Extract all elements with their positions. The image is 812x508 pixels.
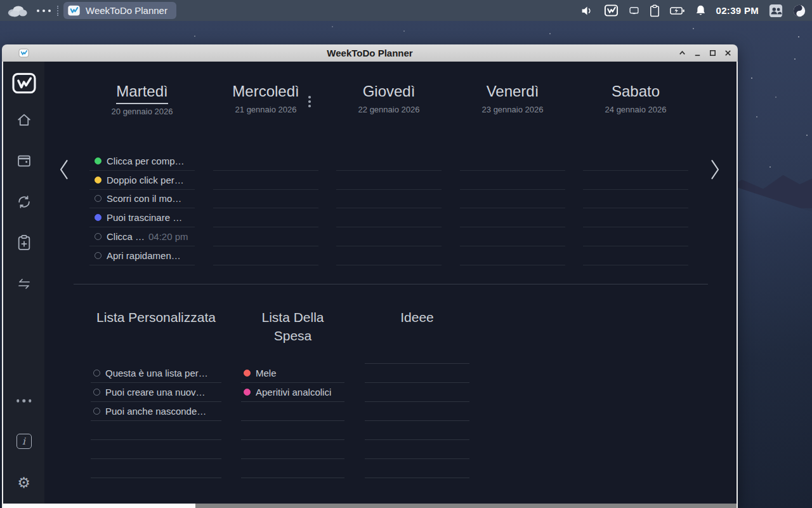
empty-list-slot[interactable] <box>365 345 469 364</box>
list-item[interactable]: Mele <box>241 364 344 383</box>
todo-checkbox-circle[interactable] <box>95 195 102 202</box>
indicator-icon[interactable] <box>629 6 639 15</box>
empty-todo-slot[interactable] <box>336 246 442 265</box>
empty-list-slot[interactable] <box>365 364 469 383</box>
empty-list-slot[interactable] <box>241 402 344 421</box>
todo-color-dot[interactable] <box>244 389 251 396</box>
window-body: i ⚙ Martedì 20 gennaio 2026 <box>2 62 738 508</box>
todo-color-dot[interactable] <box>244 370 251 377</box>
custom-list-personalizzata: Lista Personalizzata Questa è una lista … <box>91 308 221 326</box>
empty-todo-slot[interactable] <box>336 227 442 246</box>
custom-list-title: Lista Della Spesa <box>241 308 344 345</box>
day-date: 20 gennaio 2026 <box>89 107 195 116</box>
minimize-button[interactable] <box>693 48 702 58</box>
todo-item[interactable]: Clicca … 04:20 pm <box>89 227 195 246</box>
empty-list-slot[interactable] <box>91 459 221 478</box>
transfer-tasks-icon[interactable] <box>16 277 32 291</box>
empty-list-slot[interactable] <box>91 440 221 459</box>
empty-todo-slot[interactable] <box>460 171 565 190</box>
todo-item[interactable]: Clicca per comp… <box>89 152 195 171</box>
todo-item[interactable]: Doppio click per… <box>89 171 195 190</box>
calendar-icon[interactable] <box>16 153 32 169</box>
taskbar-window-button[interactable]: WeekToDo Planner <box>63 2 176 19</box>
todo-color-dot[interactable] <box>95 214 102 221</box>
clipboard-icon[interactable] <box>650 4 660 17</box>
users-icon[interactable] <box>769 4 783 18</box>
notifications-bell-icon[interactable] <box>695 4 706 17</box>
todo-time: 04:20 pm <box>148 231 188 242</box>
empty-todo-slot[interactable] <box>213 246 318 265</box>
empty-todo-slot[interactable] <box>336 208 442 227</box>
window-titlebar[interactable]: WeekToDo Planner <box>2 44 738 62</box>
empty-todo-slot[interactable] <box>583 190 688 209</box>
todo-checkbox-circle[interactable] <box>95 252 102 259</box>
empty-todo-slot[interactable] <box>213 208 318 227</box>
day-date: 21 gennaio 2026 <box>213 105 318 114</box>
empty-todo-slot[interactable] <box>583 208 688 227</box>
sync-icon[interactable] <box>16 194 32 210</box>
todo-item[interactable]: Puoi trascinare … <box>89 208 195 227</box>
weektodo-logo-icon[interactable] <box>12 73 36 94</box>
panel-clock[interactable]: 02:39 PM <box>716 5 759 16</box>
yinyang-icon[interactable] <box>793 4 806 17</box>
previous-week-button[interactable] <box>58 159 69 183</box>
empty-todo-slot[interactable] <box>213 190 318 209</box>
empty-list-slot[interactable] <box>241 459 344 478</box>
todo-checkbox-circle[interactable] <box>93 389 100 396</box>
empty-list-slot[interactable] <box>365 402 469 421</box>
todo-checkbox-circle[interactable] <box>93 408 100 415</box>
maximize-button[interactable] <box>708 48 717 58</box>
empty-todo-slot[interactable] <box>213 171 318 190</box>
todo-item[interactable]: Apri rapidamen… <box>89 246 195 265</box>
weektodo-tray-icon[interactable] <box>604 3 619 18</box>
empty-list-slot[interactable] <box>91 421 221 440</box>
todo-color-dot[interactable] <box>95 157 102 164</box>
empty-todo-slot[interactable] <box>460 190 565 209</box>
more-options-icon[interactable] <box>16 399 32 403</box>
empty-list-slot[interactable] <box>241 421 344 440</box>
empty-todo-slot[interactable] <box>336 152 442 171</box>
list-item[interactable]: Aperitivi analcolici <box>241 383 344 402</box>
next-week-button[interactable] <box>710 159 721 183</box>
empty-todo-slot[interactable] <box>583 171 688 190</box>
panel-drag-handle[interactable] <box>57 6 58 16</box>
empty-todo-slot[interactable] <box>336 190 442 209</box>
add-list-icon[interactable] <box>16 234 32 251</box>
settings-gear-icon[interactable]: ⚙ <box>17 476 30 490</box>
info-icon[interactable]: i <box>16 434 32 449</box>
empty-todo-slot[interactable] <box>213 152 318 171</box>
day-date: 24 gennaio 2026 <box>583 105 688 114</box>
list-item[interactable]: Puoi anche nasconde… <box>91 402 221 421</box>
todo-checkbox-circle[interactable] <box>93 370 100 377</box>
todo-item[interactable]: Scorri con il mo… <box>89 190 195 209</box>
list-item[interactable]: Questa è una lista per… <box>91 364 221 383</box>
home-icon[interactable] <box>16 112 32 128</box>
empty-todo-slot[interactable] <box>583 227 688 246</box>
empty-todo-slot[interactable] <box>583 152 688 171</box>
shade-button[interactable] <box>678 48 687 58</box>
scrollbar-thumb[interactable] <box>195 504 737 508</box>
todo-checkbox-circle[interactable] <box>95 233 102 240</box>
empty-list-slot[interactable] <box>241 440 344 459</box>
list-item-text: Puoi creare una nuov… <box>105 387 206 398</box>
empty-todo-slot[interactable] <box>460 227 565 246</box>
todo-color-dot[interactable] <box>95 177 102 184</box>
empty-todo-slot[interactable] <box>460 152 565 171</box>
app-menu-icon[interactable] <box>6 3 28 18</box>
horizontal-scrollbar[interactable] <box>3 504 737 508</box>
empty-todo-slot[interactable] <box>583 246 688 265</box>
empty-list-slot[interactable] <box>365 383 469 402</box>
todo-text: Clicca … <box>107 231 145 242</box>
battery-charging-icon[interactable] <box>670 6 685 16</box>
panel-dots-menu[interactable] <box>37 10 51 12</box>
list-item[interactable]: Puoi creare una nuov… <box>91 383 221 402</box>
empty-list-slot[interactable] <box>365 440 469 459</box>
close-button[interactable] <box>723 48 733 58</box>
empty-todo-slot[interactable] <box>460 208 565 227</box>
empty-todo-slot[interactable] <box>460 246 565 265</box>
volume-icon[interactable] <box>580 5 594 17</box>
empty-todo-slot[interactable] <box>336 171 442 190</box>
empty-todo-slot[interactable] <box>213 227 318 246</box>
empty-list-slot[interactable] <box>365 421 469 440</box>
empty-list-slot[interactable] <box>365 459 469 478</box>
